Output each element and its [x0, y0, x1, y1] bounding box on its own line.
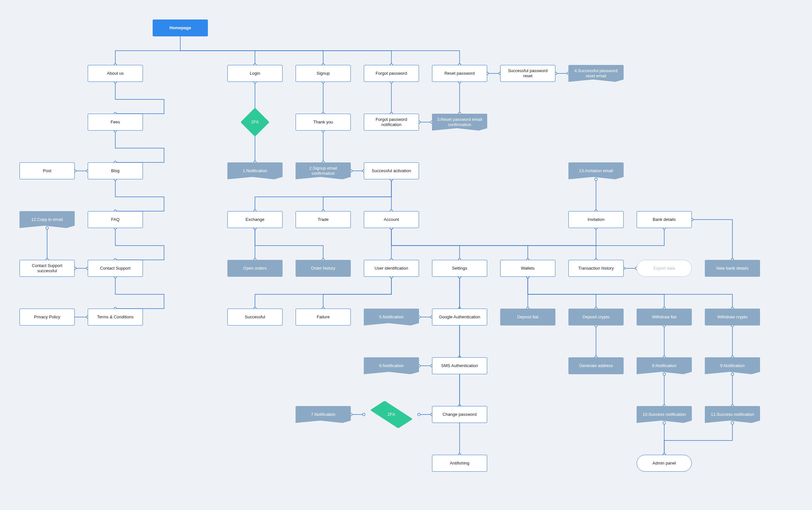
- node-notif9[interactable]: 9.Notification: [705, 357, 760, 374]
- svg-point-104: [663, 373, 666, 375]
- node-label: User identification: [375, 266, 408, 271]
- node-new_bank[interactable]: New bank details: [705, 260, 760, 277]
- node-export_data[interactable]: Export data: [637, 260, 692, 277]
- node-label: Deposit crypto: [582, 314, 609, 320]
- node-withdraw_fiat[interactable]: Withdraw fiat: [637, 309, 692, 325]
- node-notif7[interactable]: 7.Notification: [296, 406, 351, 423]
- node-trade[interactable]: Trade: [296, 211, 351, 228]
- svg-point-106: [731, 373, 734, 375]
- node-account[interactable]: Account: [364, 211, 419, 228]
- node-successful[interactable]: Successful: [227, 309, 283, 325]
- node-label: Settings: [452, 266, 467, 271]
- node-label: Terms & Conditions: [97, 314, 134, 320]
- node-label: 5.Notification: [379, 314, 403, 320]
- node-label: Login: [250, 71, 260, 76]
- node-reset_email[interactable]: 4.Successful password reset email: [569, 65, 624, 82]
- node-label: Wallets: [521, 266, 534, 271]
- node-reset_ok[interactable]: Successful password reset: [500, 65, 555, 82]
- node-notif5[interactable]: 5.Notification: [364, 309, 419, 325]
- node-notif11[interactable]: 11.Success notification: [705, 406, 760, 423]
- node-homepage[interactable]: Homepage: [153, 20, 208, 36]
- node-label: Deposit fiat: [517, 314, 538, 320]
- node-notif8[interactable]: 8.Notification: [637, 357, 692, 374]
- node-terms[interactable]: Terms & Conditions: [88, 309, 143, 325]
- flowchart-canvas: HomepageAbout usFeesBlogPostFAQ12.Copy t…: [0, 0, 812, 510]
- node-label: 3.Reset password email confirmation: [435, 117, 485, 128]
- node-notif1[interactable]: 1.Notification: [227, 163, 283, 179]
- node-label: Privacy Policy: [34, 314, 60, 320]
- node-bank_details[interactable]: Bank details: [637, 211, 692, 228]
- node-contact[interactable]: Contact Support: [88, 260, 143, 277]
- node-admin[interactable]: Admin panel: [637, 455, 692, 472]
- node-about_us[interactable]: About us: [88, 65, 143, 82]
- node-fees[interactable]: Fees: [88, 114, 143, 131]
- node-thankyou[interactable]: Thank you: [296, 114, 351, 131]
- node-label: Antifishing: [450, 461, 469, 466]
- node-label: Blog: [111, 168, 119, 173]
- node-forgot[interactable]: Forgot password: [364, 65, 419, 82]
- svg-point-110: [731, 422, 734, 424]
- node-order_hist[interactable]: Order history: [296, 260, 351, 277]
- node-withdraw_crypto[interactable]: Withdraw crypto: [705, 309, 760, 325]
- node-activation[interactable]: Successful activation: [364, 163, 419, 179]
- node-settings[interactable]: Settings: [432, 260, 487, 277]
- node-antifishing[interactable]: Antifishing: [432, 455, 487, 472]
- node-gen_addr[interactable]: Generate address: [569, 357, 624, 374]
- node-contact_ok[interactable]: Contact Support successful: [20, 260, 75, 277]
- node-deposit_fiat[interactable]: Deposit fiat: [500, 309, 555, 325]
- node-label: Contact Support: [100, 266, 130, 271]
- node-blog[interactable]: Blog: [88, 163, 143, 179]
- node-label: 9.Notification: [720, 363, 745, 368]
- node-sms_auth[interactable]: SMS Authentication: [432, 357, 487, 374]
- node-label: Trade: [318, 217, 328, 222]
- node-user_id[interactable]: User identification: [364, 260, 419, 277]
- node-label: Admin panel: [652, 461, 676, 466]
- node-label: Reset password: [444, 71, 474, 76]
- node-label: Homepage: [170, 25, 191, 31]
- node-reset[interactable]: Reset password: [432, 65, 487, 82]
- node-exchange[interactable]: Exchange: [227, 211, 283, 228]
- node-label: 7.Notification: [311, 412, 335, 417]
- node-label: Failure: [317, 314, 330, 320]
- node-label: New bank details: [717, 266, 749, 271]
- node-label: Successful password reset: [503, 68, 552, 79]
- node-reset_conf[interactable]: 3.Reset password email confirmation: [432, 114, 487, 131]
- node-post[interactable]: Post: [20, 163, 75, 179]
- node-signup[interactable]: Signup: [296, 65, 351, 82]
- node-forgot_note[interactable]: Forgot password notification: [364, 114, 419, 131]
- node-label: Contact Support successful: [22, 263, 72, 274]
- node-login[interactable]: Login: [227, 65, 283, 82]
- node-invitation[interactable]: Invitation: [569, 211, 624, 228]
- node-faq[interactable]: FAQ: [88, 211, 143, 228]
- node-label: 2FA: [251, 119, 259, 125]
- node-label: 4.Successful password reset email: [571, 68, 621, 79]
- node-label: Forgot password notification: [367, 117, 416, 128]
- node-failure[interactable]: Failure: [296, 309, 351, 325]
- node-copy_email[interactable]: 12.Copy to email: [20, 211, 75, 228]
- node-wallets[interactable]: Wallets: [500, 260, 555, 277]
- node-change_pw[interactable]: Change password: [432, 406, 487, 423]
- node-label: Withdraw fiat: [652, 314, 676, 320]
- node-twofa1[interactable]: 2FA: [227, 108, 283, 136]
- node-open_orders[interactable]: Open orders: [227, 260, 283, 277]
- node-signup_conf[interactable]: 2.Signup email confirmation: [296, 163, 351, 179]
- node-label: Fees: [111, 119, 120, 125]
- node-label: 2FA: [387, 412, 395, 417]
- node-label: Open orders: [243, 266, 267, 271]
- node-invite_email[interactable]: 13.Invitation email: [569, 163, 624, 179]
- node-twofa2[interactable]: 2FA: [364, 400, 419, 428]
- node-google_auth[interactable]: Google Authentication: [432, 309, 487, 325]
- node-privacy[interactable]: Privacy Policy: [20, 309, 75, 325]
- node-label: Transaction history: [578, 266, 613, 271]
- node-label: Forgot password: [376, 71, 407, 76]
- node-deposit_crypto[interactable]: Deposit crypto: [569, 309, 624, 325]
- node-label: 12.Copy to email: [31, 217, 63, 222]
- node-label: Exchange: [245, 217, 264, 222]
- node-notif10[interactable]: 10.Success notification: [637, 406, 692, 423]
- node-label: 11.Success notification: [711, 412, 754, 417]
- node-label: Successful activation: [372, 168, 411, 173]
- node-label: Successful: [245, 314, 265, 320]
- node-notif6[interactable]: 6.Notification: [364, 357, 419, 374]
- node-tx_hist[interactable]: Transaction history: [569, 260, 624, 277]
- node-label: Withdraw crypto: [717, 314, 747, 320]
